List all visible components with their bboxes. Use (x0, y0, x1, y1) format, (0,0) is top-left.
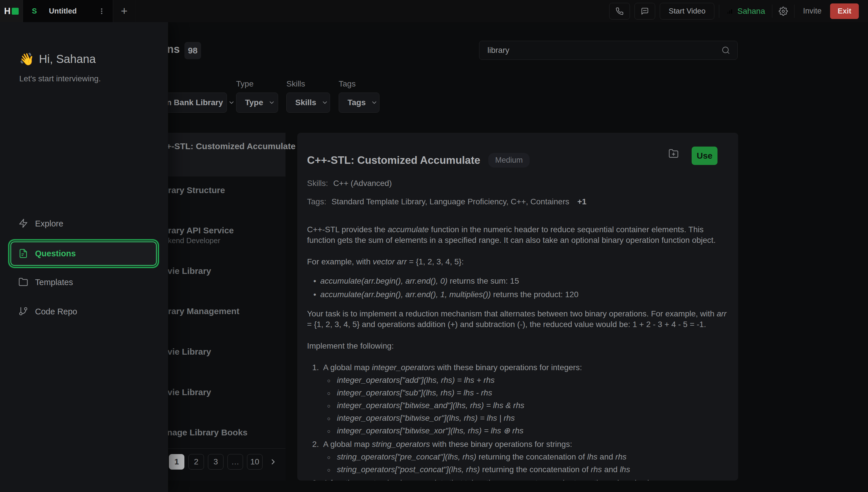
question-detail-panel: Use C++-STL: Customized Accumulate Mediu… (297, 133, 738, 481)
sidebar-item-label: Code Repo (35, 307, 77, 316)
invite-button[interactable]: Invite (799, 7, 826, 16)
git-icon (18, 306, 29, 317)
hackerrank-logo[interactable]: H (0, 0, 23, 22)
skills-dropdown-value: Skills (295, 98, 316, 107)
description-sub-item: string_operators["post_concat"](lhs, rhs… (323, 464, 729, 475)
phone-icon (615, 7, 623, 15)
search-icon[interactable] (721, 46, 737, 55)
start-video-button[interactable]: Start Video (660, 3, 714, 20)
logo-letter: H (4, 6, 10, 16)
new-tab-button[interactable]: + (113, 0, 135, 22)
sidebar-item-code-repo[interactable]: Code Repo (0, 303, 168, 320)
description-list-item: accumulate(arr.begin(), arr.end(), 0) re… (307, 276, 729, 286)
sidebar-item-label: Questions (35, 249, 76, 259)
topbar-separator (794, 5, 794, 18)
active-item-outline (10, 241, 157, 266)
user-connection-chip[interactable]: Sahana (724, 7, 767, 16)
description-numbered-list: A global map integer_operators with thes… (307, 362, 729, 481)
description-list-item: A function customized_accumulate that ta… (307, 477, 729, 481)
zap-icon (18, 218, 29, 229)
page-button-10[interactable]: 10 (247, 454, 262, 470)
session-tab[interactable]: S Untitled (23, 0, 113, 22)
tags-filter-label: Tags (339, 79, 356, 89)
sidebar-item-label: Explore (35, 219, 63, 228)
chat-bubble-icon (641, 7, 649, 15)
tab-menu-kebab-icon[interactable] (98, 7, 105, 15)
settings-button[interactable] (777, 7, 790, 16)
skills-label: Skills: (307, 179, 328, 188)
description-paragraph: Implement the following: (307, 341, 729, 351)
description-sub-item: string_operators["pre_concat"](lhs, rhs)… (323, 451, 729, 462)
tab-avatar-initial: S (32, 7, 37, 16)
description-bullet-list: accumulate(arr.begin(), arr.end(), 0) re… (307, 276, 729, 300)
chevron-down-icon (228, 99, 235, 106)
tags-more-badge[interactable]: +1 (577, 197, 587, 206)
page-button-3[interactable]: 3 (208, 454, 224, 470)
topbar-separator (772, 5, 772, 18)
top-bar: H S Untitled + Start Video (0, 0, 868, 22)
call-button[interactable] (609, 3, 630, 20)
app-root: H S Untitled + Start Video (0, 0, 868, 492)
next-page-button[interactable] (265, 454, 281, 470)
chat-button[interactable] (635, 3, 655, 20)
skills-filter-label: Skills (286, 79, 305, 89)
topbar-actions: Start Video Sahana Invite Exit (609, 0, 868, 22)
tab-title: Untitled (49, 7, 77, 16)
greeting-subtitle: Let's start interviewing. (19, 74, 101, 83)
skills-dropdown[interactable]: Skills (286, 93, 330, 113)
use-question-button[interactable]: Use (692, 147, 717, 165)
questions-count-badge: 98 (184, 42, 201, 59)
description-sub-item: integer_operators["sub"](lhs, rhs) = lhs… (323, 387, 729, 398)
greeting-text: Hi, Sahana (39, 53, 96, 66)
question-title: C++-STL: Customized Accumulate (307, 154, 480, 166)
description-paragraph: C++-STL provides the accumulate function… (307, 224, 729, 245)
exit-button[interactable]: Exit (830, 3, 859, 19)
folder-icon (18, 277, 29, 287)
signal-bars-icon (726, 7, 734, 15)
page-button-2[interactable]: 2 (188, 454, 204, 470)
difficulty-badge: Medium (488, 153, 530, 168)
skills-value: C++ (Advanced) (333, 179, 392, 188)
description-sub-item: integer_operators["bitwise_xor"](lhs, rh… (323, 425, 729, 436)
gear-icon (779, 7, 788, 16)
question-description: C++-STL provides the accumulate function… (307, 224, 729, 481)
tags-dropdown[interactable]: Tags (339, 93, 379, 113)
tags-value: Standard Template Library, Language Prof… (331, 197, 569, 206)
type-filter-label: Type (236, 79, 254, 89)
description-list-item: A global map string_operators with these… (307, 439, 729, 475)
question-list-item[interactable]: Manage Library Books (155, 427, 248, 437)
chevron-down-icon (322, 99, 328, 106)
page-button-…[interactable]: … (228, 454, 243, 470)
description-paragraph: Your task is to implement a reduction me… (307, 309, 729, 329)
type-dropdown-value: Type (245, 98, 263, 107)
description-sub-item: integer_operators["bitwise_and"](lhs, rh… (323, 400, 729, 411)
file-icon (18, 249, 29, 259)
user-name: Sahana (737, 7, 765, 16)
question-list-item[interactable]: C++-STL: Customized Accumulate (155, 141, 296, 151)
navigation-drawer: 👋 Hi, Sahana Let's start interviewing. E… (0, 22, 168, 492)
type-dropdown[interactable]: Type (236, 93, 278, 113)
logo-green-square (12, 8, 19, 15)
description-sub-list: integer_operators["add"](lhs, rhs) = lhs… (323, 375, 729, 436)
search-input[interactable] (479, 46, 721, 55)
start-video-label: Start Video (669, 7, 706, 16)
description-sub-list: string_operators["pre_concat"](lhs, rhs)… (323, 451, 729, 475)
chevron-right-icon (269, 458, 278, 466)
wave-emoji: 👋 (19, 52, 34, 66)
description-sub-item: integer_operators["bitwise_or"](lhs, rhs… (323, 413, 729, 423)
search-box (479, 41, 738, 60)
tags-dropdown-value: Tags (348, 98, 366, 107)
description-sub-item: integer_operators["add"](lhs, rhs) = lhs… (323, 375, 729, 385)
add-to-collection-button[interactable] (668, 148, 679, 158)
sidebar-item-explore[interactable]: Explore (0, 216, 168, 231)
description-paragraph: For example, with vector arr = {1, 2, 3,… (307, 256, 729, 267)
chevron-down-icon (268, 99, 275, 106)
chevron-down-icon (371, 99, 378, 106)
page-button-1[interactable]: 1 (169, 454, 184, 470)
folder-plus-icon (668, 148, 679, 158)
sidebar-item-templates[interactable]: Templates (0, 274, 168, 290)
sidebar-item-questions[interactable]: Questions (0, 241, 168, 266)
description-list-item: A global map integer_operators with thes… (307, 362, 729, 436)
tags-label: Tags: (307, 197, 326, 206)
greeting: 👋 Hi, Sahana (19, 52, 96, 66)
